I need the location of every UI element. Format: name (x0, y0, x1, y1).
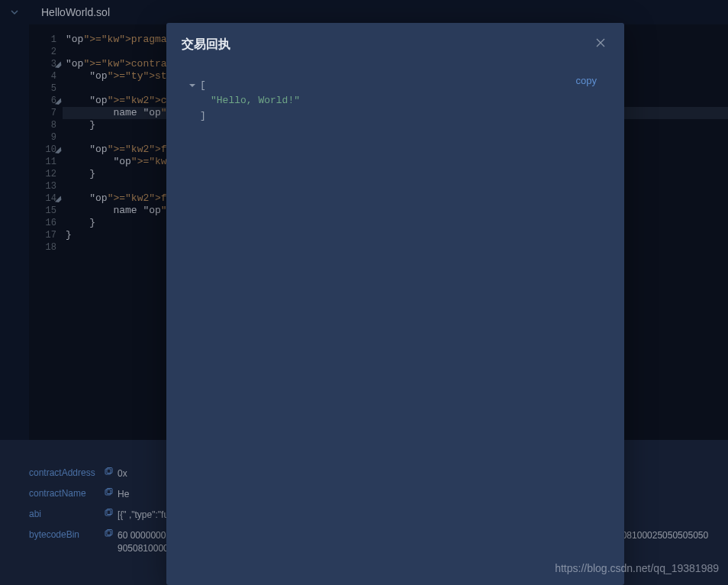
result-value: "Hello, World!" (189, 93, 601, 108)
json-result: [ "Hello, World!" ] (189, 78, 601, 124)
collapse-icon[interactable] (189, 78, 200, 93)
transaction-receipt-modal: 交易回执 copy [ "Hello, World!" ] (166, 23, 624, 585)
close-icon[interactable] (592, 34, 609, 55)
modal-title: 交易回执 (182, 37, 230, 53)
copy-button[interactable]: copy (576, 75, 597, 86)
